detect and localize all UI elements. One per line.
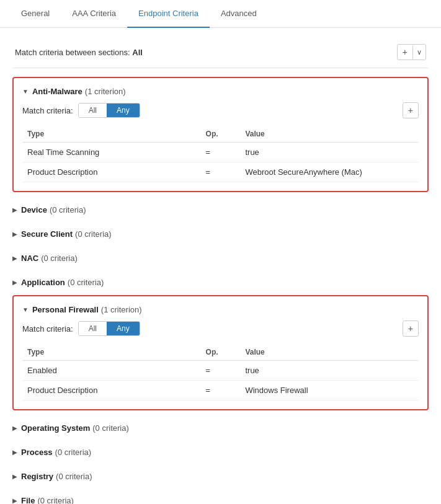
add-section-button[interactable]: + ∨	[397, 44, 426, 60]
col-value-header: Value	[240, 126, 419, 143]
expand-icon: ▶	[12, 206, 17, 213]
match-criteria-value: All	[132, 48, 143, 57]
tab-general[interactable]: General	[10, 0, 61, 28]
section-nac-title: NAC	[21, 254, 38, 263]
expand-icon: ▶	[12, 279, 17, 286]
row-value: Webroot SecureAnywhere (Mac)	[240, 162, 419, 182]
row-type: Product Description	[22, 381, 201, 400]
table-row: Product Description = Windows Firewall	[22, 381, 419, 400]
expand-icon: ▶	[12, 449, 17, 456]
table-row: Real Time Scanning = true	[22, 143, 419, 162]
toggle-any-anti-malware[interactable]: Any	[107, 104, 140, 117]
section-nac-header[interactable]: ▶ NAC (0 criteria)	[12, 250, 429, 267]
toggle-any-firewall[interactable]: Any	[107, 322, 140, 335]
section-secure-client-count: (0 criteria)	[75, 229, 112, 239]
section-application-title: Application	[21, 278, 65, 287]
section-personal-firewall-header[interactable]: ▼ Personal Firewall (1 criterion)	[22, 303, 419, 321]
section-device-title: Device	[21, 205, 47, 214]
match-criteria-inner-label: Match criteria:	[22, 106, 73, 115]
section-secure-client: ▶ Secure Client (0 criteria)	[12, 223, 429, 245]
section-anti-malware-header[interactable]: ▼ Anti-Malware (1 criterion)	[22, 84, 419, 102]
row-op: =	[201, 381, 241, 400]
expand-icon: ▶	[12, 425, 17, 431]
section-device-header[interactable]: ▶ Device (0 criteria)	[12, 201, 429, 218]
row-type: Enabled	[22, 361, 201, 381]
inner-match-criteria-anti-malware: Match criteria: All Any +	[22, 102, 419, 118]
section-operating-system: ▶ Operating System (0 criteria)	[12, 417, 429, 440]
section-personal-firewall: ▼ Personal Firewall (1 criterion) Match …	[12, 295, 429, 410]
section-anti-malware-count: (1 criterion)	[85, 87, 126, 96]
section-registry-count: (0 criteria)	[56, 472, 92, 481]
main-content: Match criteria between sections: All + ∨…	[0, 28, 441, 504]
tab-aaa-criteria[interactable]: AAA Criteria	[61, 0, 127, 28]
collapse-icon: ▼	[22, 306, 29, 313]
collapse-icon: ▼	[22, 88, 29, 95]
row-type: Real Time Scanning	[22, 143, 201, 162]
criteria-table-anti-malware: Type Op. Value Real Time Scanning = true…	[22, 126, 419, 182]
section-process-header[interactable]: ▶ Process (0 criteria)	[12, 444, 429, 461]
section-nac-count: (0 criteria)	[41, 254, 78, 263]
section-device-count: (0 criteria)	[50, 205, 86, 214]
section-file-count: (0 criteria)	[37, 496, 74, 504]
col-op-header: Op.	[201, 126, 241, 143]
col-type-header-fw: Type	[22, 344, 201, 361]
match-criteria-inner-label-fw: Match criteria:	[22, 324, 73, 334]
section-process-count: (0 criteria)	[55, 448, 92, 457]
table-row: Enabled = true	[22, 361, 419, 381]
tab-bar: General AAA Criteria Endpoint Criteria A…	[0, 0, 441, 28]
row-op: =	[201, 361, 241, 381]
row-type: Product Description	[22, 162, 201, 182]
add-criterion-anti-malware[interactable]: +	[403, 102, 419, 118]
section-secure-client-title: Secure Client	[21, 229, 73, 239]
plus-icon[interactable]: +	[398, 45, 412, 60]
section-application: ▶ Application (0 criteria)	[12, 271, 429, 294]
row-value: Windows Firewall	[240, 381, 419, 400]
table-row: Product Description = Webroot SecureAnyw…	[22, 162, 419, 182]
row-value: true	[240, 143, 419, 162]
section-os-header[interactable]: ▶ Operating System (0 criteria)	[12, 420, 429, 436]
section-process: ▶ Process (0 criteria)	[12, 441, 429, 464]
section-registry: ▶ Registry (0 criteria)	[12, 465, 429, 488]
row-value: true	[240, 361, 419, 381]
toggle-group-firewall: All Any	[78, 321, 140, 336]
row-op: =	[201, 162, 241, 182]
section-personal-firewall-count: (1 criterion)	[101, 305, 142, 314]
col-type-header: Type	[22, 126, 201, 143]
tab-advanced[interactable]: Advanced	[210, 0, 268, 28]
section-personal-firewall-title: Personal Firewall	[32, 305, 99, 314]
section-file: ▶ File (0 criteria)	[12, 489, 429, 504]
section-registry-header[interactable]: ▶ Registry (0 criteria)	[12, 468, 429, 485]
tab-endpoint-criteria[interactable]: Endpoint Criteria	[127, 0, 210, 28]
expand-icon: ▶	[12, 231, 17, 237]
toggle-all-firewall[interactable]: All	[79, 322, 107, 335]
match-criteria-row: Match criteria between sections: All + ∨	[12, 38, 429, 68]
section-secure-client-header[interactable]: ▶ Secure Client (0 criteria)	[12, 226, 429, 242]
add-criterion-firewall[interactable]: +	[403, 321, 419, 337]
criteria-table-firewall: Type Op. Value Enabled = true Product De…	[22, 344, 419, 400]
toggle-group-anti-malware: All Any	[78, 103, 140, 118]
chevron-down-icon[interactable]: ∨	[412, 46, 425, 59]
col-value-header-fw: Value	[240, 344, 419, 361]
section-anti-malware-title: Anti-Malware	[32, 87, 82, 96]
expand-icon: ▶	[12, 497, 17, 504]
expand-icon: ▶	[12, 473, 17, 480]
section-file-title: File	[21, 496, 35, 504]
toggle-all-anti-malware[interactable]: All	[79, 104, 107, 117]
section-os-count: (0 criteria)	[92, 423, 129, 433]
match-criteria-label: Match criteria between sections: All	[15, 48, 143, 57]
section-nac: ▶ NAC (0 criteria)	[12, 247, 429, 270]
section-application-count: (0 criteria)	[68, 278, 104, 287]
section-anti-malware: ▼ Anti-Malware (1 criterion) Match crite…	[12, 77, 429, 192]
section-process-title: Process	[21, 448, 53, 457]
section-os-title: Operating System	[21, 423, 90, 433]
section-file-header[interactable]: ▶ File (0 criteria)	[12, 492, 429, 504]
inner-match-criteria-firewall: Match criteria: All Any +	[22, 321, 419, 337]
col-op-header-fw: Op.	[201, 344, 241, 361]
expand-icon: ▶	[12, 255, 17, 262]
section-application-header[interactable]: ▶ Application (0 criteria)	[12, 274, 429, 291]
section-registry-title: Registry	[21, 472, 53, 481]
section-device: ▶ Device (0 criteria)	[12, 198, 429, 221]
row-op: =	[201, 143, 241, 162]
